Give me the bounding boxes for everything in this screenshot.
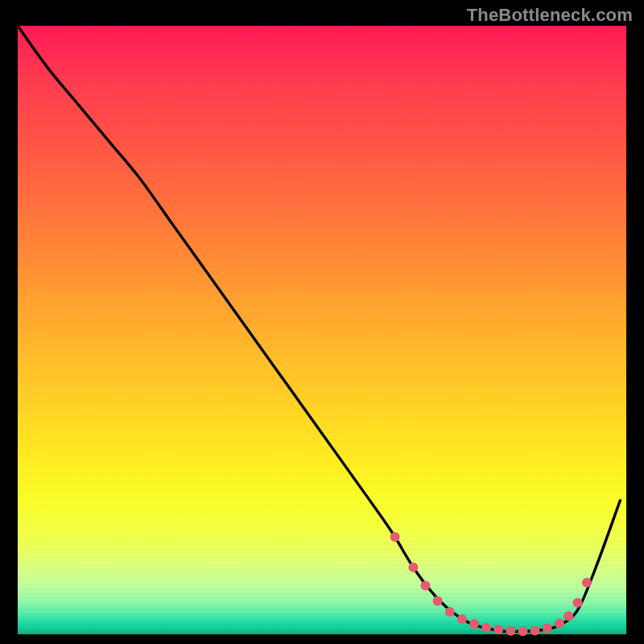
bottleneck-curve [18,26,620,632]
attribution-label: TheBottleneck.com [467,5,633,26]
plot-area [18,26,626,634]
dot [530,626,540,636]
dot [445,607,455,617]
dot [506,626,515,636]
dot [518,626,528,636]
curve-layer [18,26,626,634]
dot [543,623,552,633]
dot [573,598,583,608]
dot [555,618,564,628]
dot [421,581,431,591]
dot [390,532,400,542]
dot [457,614,467,624]
dot [564,611,573,621]
dot [493,625,503,634]
chart-stage: TheBottleneck.com [0,0,644,644]
highlight-dots [390,532,592,636]
dot [469,619,479,629]
dot [481,623,491,633]
dot [433,596,443,605]
dot [582,578,592,588]
dot [408,563,418,572]
